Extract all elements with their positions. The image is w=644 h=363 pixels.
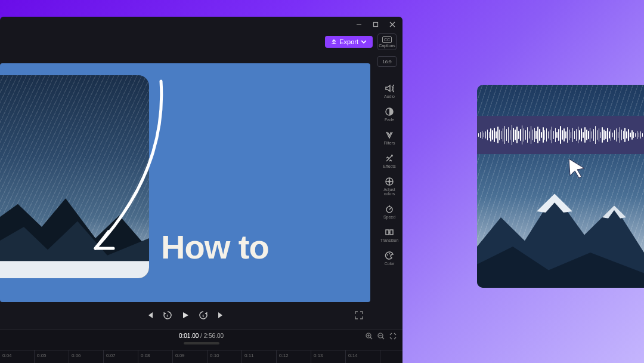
fullscreen-button[interactable]	[355, 311, 363, 319]
fit-zoom-button[interactable]	[389, 333, 397, 340]
waveform-bar	[522, 125, 522, 144]
aspect-ratio-button[interactable]: 16:9	[377, 56, 397, 67]
tool-label: Color	[385, 262, 395, 266]
waveform-bar	[565, 131, 566, 139]
waveform-bar	[537, 127, 538, 143]
tool-filters[interactable]: Filters	[377, 130, 401, 145]
waveform-bar	[480, 132, 481, 138]
waveform-bar	[524, 128, 524, 141]
export-button[interactable]: Export	[325, 36, 373, 48]
maximize-button[interactable]	[371, 20, 380, 29]
waveform-bar	[539, 129, 540, 141]
tool-fade[interactable]: Fade	[377, 107, 401, 122]
svg-rect-1	[374, 23, 378, 27]
tool-label: Filters	[383, 141, 395, 145]
waveform-bar	[497, 127, 498, 143]
audio-waveform-clip[interactable]	[477, 116, 644, 154]
ruler-tick: 0:12	[277, 350, 311, 363]
waveform-bar	[639, 133, 639, 137]
ruler-tick: 0:07	[104, 350, 138, 363]
tool-label: Transition	[380, 238, 398, 242]
waveform-bar	[503, 128, 503, 141]
zoom-in-button[interactable]	[366, 333, 373, 340]
minimize-button[interactable]	[355, 20, 363, 29]
waveform-bar	[520, 129, 521, 141]
waveform-bar	[593, 129, 594, 141]
waveform-bar	[597, 130, 597, 140]
waveform-bar	[501, 131, 501, 139]
waveform-bar	[513, 128, 513, 142]
waveform-bar	[494, 128, 494, 142]
waveform-bar	[588, 131, 589, 139]
waveform-bar	[640, 131, 641, 139]
tool-effects[interactable]: Effects	[377, 153, 401, 168]
tool-adjust-colors[interactable]: Adjust colors	[377, 177, 401, 196]
waveform-bar	[635, 133, 636, 137]
waveform-bar	[616, 128, 617, 141]
svg-point-8	[388, 180, 391, 183]
filters-icon	[385, 130, 394, 140]
waveform-bar	[508, 127, 509, 143]
ruler-tick: 0:13	[311, 350, 346, 363]
close-button[interactable]	[388, 20, 397, 29]
svg-line-16	[370, 337, 372, 339]
waveform-bar	[532, 130, 533, 140]
waveform-bar	[485, 131, 486, 139]
time-display: 0:01.00 / 2:56.00	[179, 333, 224, 339]
waveform-bar	[556, 132, 557, 138]
waveform-bar	[515, 130, 515, 140]
play-button[interactable]	[180, 310, 191, 321]
waveform-bar	[611, 129, 611, 141]
timeline-ruler[interactable]: 0:040:050:060:070:080:090:100:110:120:13…	[0, 350, 402, 363]
waveform-bar	[623, 131, 624, 139]
waveform-bar	[555, 128, 556, 142]
upload-icon	[331, 39, 337, 45]
tool-speed[interactable]: Speed	[377, 204, 401, 219]
waveform-bar	[535, 131, 536, 139]
ruler-tick: 0:05	[35, 350, 69, 363]
tool-label: Audio	[384, 94, 395, 99]
waveform-bar	[590, 128, 590, 142]
waveform-bar	[603, 130, 604, 140]
waveform-bar	[506, 129, 507, 141]
waveform-bar	[478, 133, 479, 137]
total-time: 2:56.00	[204, 333, 224, 339]
waveform-bar	[584, 127, 585, 143]
waveform-bar	[564, 128, 564, 141]
tool-audio[interactable]: Audio	[377, 84, 401, 99]
zoom-out-button[interactable]	[377, 333, 385, 340]
svg-text:5: 5	[166, 314, 168, 318]
waveform-bar	[626, 131, 627, 139]
color-icon	[385, 251, 394, 260]
playback-controls: 5 5	[0, 302, 370, 328]
ruler-tick: 0:04	[0, 350, 35, 363]
window-titlebar	[0, 17, 402, 32]
rewind-button[interactable]: 5	[162, 310, 173, 321]
fade-icon	[385, 107, 394, 116]
captions-button[interactable]: CC Captions	[377, 33, 397, 50]
waveform-bar	[607, 128, 608, 142]
main-area: How to 5 5 AudioFadeFiltersEffectsAdjust…	[0, 54, 402, 328]
waveform-bar	[487, 130, 488, 140]
skip-start-button[interactable]	[144, 310, 155, 321]
svg-point-14	[391, 254, 392, 256]
skip-end-button[interactable]	[216, 310, 227, 321]
waveform-bar	[548, 131, 549, 139]
waveform-bar	[614, 130, 615, 140]
overlay-title-text: How to	[161, 227, 269, 266]
waveform-bar	[630, 133, 630, 137]
cc-icon: CC	[382, 36, 392, 43]
waveform-bar	[518, 131, 519, 139]
tool-label: Speed	[383, 215, 395, 219]
preview-canvas[interactable]: How to	[0, 63, 370, 302]
tool-color[interactable]: Color	[377, 251, 401, 266]
waveform-bar	[624, 128, 625, 142]
timeline-scrollbar[interactable]	[184, 342, 219, 344]
forward-button[interactable]: 5	[198, 310, 209, 321]
waveform-bar	[574, 131, 575, 139]
svg-point-13	[389, 253, 390, 254]
svg-line-20	[382, 337, 384, 339]
waveform-bar	[543, 127, 543, 143]
tool-transition[interactable]: Transition	[377, 227, 401, 242]
waveform-bar	[499, 130, 500, 140]
